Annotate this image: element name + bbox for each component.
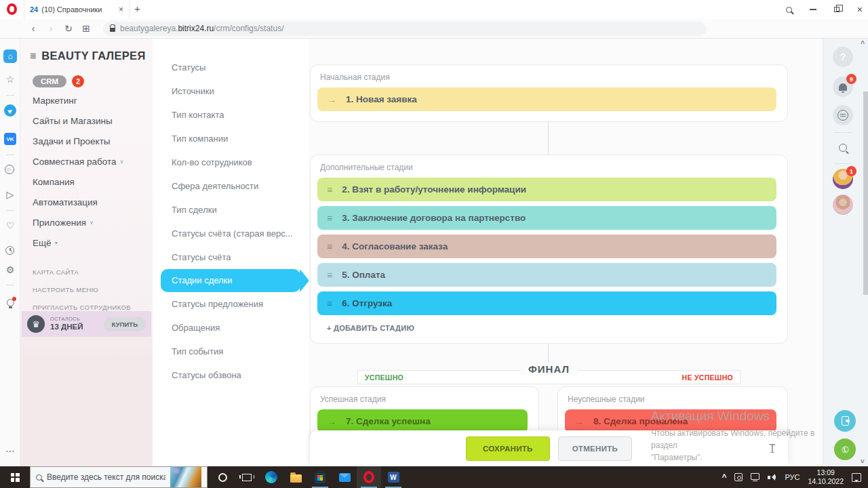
drag-handle-icon[interactable]: ≡ xyxy=(327,213,332,224)
cortana-button[interactable] xyxy=(210,466,235,488)
settings-gear-icon[interactable]: ⚙ xyxy=(0,264,20,275)
search-button[interactable] xyxy=(833,138,853,158)
menu-item-industry[interactable]: Сфера деятельности xyxy=(153,174,309,198)
vk-icon[interactable]: VK xyxy=(4,133,16,145)
menu-item-call-statuses[interactable]: Статусы обзвона xyxy=(153,363,309,387)
telegram-icon[interactable]: ▶ xyxy=(4,104,16,117)
menu-item-deal-type[interactable]: Тип сделки xyxy=(153,198,309,222)
cancel-button[interactable]: ОТМЕНИТЬ xyxy=(558,436,632,461)
browser-tab[interactable]: 24 (10) Справочники × xyxy=(24,0,130,19)
sidebar-item-sitemap[interactable]: КАРТА САЙТА xyxy=(33,263,131,281)
network-tray-icon[interactable] xyxy=(751,473,760,480)
tab-close-icon[interactable]: × xyxy=(119,5,123,14)
opera-logo-icon[interactable] xyxy=(7,3,17,15)
sidebar-item-marketing[interactable]: Маркетинг xyxy=(33,90,123,110)
success-tab[interactable]: УСПЕШНО xyxy=(365,373,403,382)
stage-row-4[interactable]: ≡ 4. Согласование заказа xyxy=(317,235,776,258)
sidebar-item-automation[interactable]: Автоматизация xyxy=(33,192,123,212)
forward-button[interactable]: › xyxy=(42,23,60,34)
menu-item-quote-statuses[interactable]: Статусы предложения xyxy=(153,292,309,316)
player-icon[interactable]: ▷ xyxy=(5,165,14,174)
sidebar-item-sites[interactable]: Сайты и Магазины xyxy=(33,110,123,131)
tablet-tray-icon[interactable] xyxy=(734,473,743,481)
sidebar-item-configure-menu[interactable]: НАСТРОИТЬ МЕНЮ xyxy=(33,281,131,298)
menu-burger-icon[interactable]: ≡ xyxy=(30,50,36,62)
stage-row-3[interactable]: ≡ 3. Заключение договора на партнерство xyxy=(317,206,776,230)
menu-item-contact-type[interactable]: Тип контакта xyxy=(153,103,309,127)
word-button[interactable]: W xyxy=(381,466,406,488)
my-flow-send-icon[interactable]: ▷ xyxy=(0,189,20,200)
sidebar-item-collab[interactable]: Совместная работа∨ xyxy=(33,151,123,171)
clock[interactable]: 13:09 14.10.2022 xyxy=(808,468,844,486)
sidebar-item-apps[interactable]: Приложения∨ xyxy=(33,212,123,232)
speed-dial-star-icon[interactable]: ☆ xyxy=(0,74,20,85)
file-explorer-button[interactable] xyxy=(283,466,308,488)
telephony-button[interactable]: ✆ xyxy=(834,439,856,460)
start-button[interactable] xyxy=(0,466,30,488)
task-view-button[interactable] xyxy=(235,466,259,488)
user-avatar[interactable]: 1 xyxy=(833,169,853,189)
stage-row-5[interactable]: ≡ 5. Оплата xyxy=(317,263,776,287)
back-button[interactable]: ‹ xyxy=(24,23,42,34)
restore-button[interactable] xyxy=(834,7,840,12)
chat-button[interactable] xyxy=(833,105,853,125)
menu-item-deal-stages-active[interactable]: Стадии сделки xyxy=(161,269,300,292)
menu-item-company-type[interactable]: Тип компании xyxy=(153,127,309,150)
help-button[interactable]: ? xyxy=(833,47,853,67)
save-button[interactable]: СОХРАНИТЬ xyxy=(466,436,550,461)
lock-icon[interactable] xyxy=(110,28,115,32)
volume-tray-icon[interactable] xyxy=(768,473,776,481)
menu-item-invoice-statuses-old[interactable]: Статусы счёта (старая верс... xyxy=(153,222,309,245)
rail-more-icon[interactable]: ⋯ xyxy=(0,445,20,456)
page-scrollbar-thumb[interactable] xyxy=(863,92,868,295)
stage-row-1[interactable]: → 1. Новая заявка xyxy=(317,87,776,111)
page-url[interactable]: beautygalereya.bitrix24.ru/crm/configs/s… xyxy=(120,24,283,33)
menu-item-sources[interactable]: Источники xyxy=(153,79,309,103)
edge-button[interactable] xyxy=(259,466,283,488)
minimize-button[interactable] xyxy=(810,9,816,10)
hidden-icons-button[interactable]: ^ xyxy=(722,472,726,482)
fail-tab[interactable]: НЕ УСПЕШНО xyxy=(682,373,733,382)
new-tab-button[interactable]: + xyxy=(134,3,140,14)
menu-item-event-type[interactable]: Тип события xyxy=(153,340,309,363)
scroll-down-icon[interactable]: ^ xyxy=(861,456,865,464)
bookmarks-heart-icon[interactable]: ♡ xyxy=(0,220,20,231)
mail-button[interactable] xyxy=(332,466,357,488)
drag-handle-icon[interactable]: ≡ xyxy=(327,184,332,195)
ms-store-button[interactable] xyxy=(308,466,332,488)
drag-handle-icon[interactable]: ≡ xyxy=(327,241,332,252)
add-stage-button[interactable]: + ДОБАВИТЬ СТАДИЮ xyxy=(327,324,414,332)
drag-handle-icon[interactable]: ≡ xyxy=(327,270,332,281)
user-avatar[interactable] xyxy=(833,195,853,215)
tips-bulb-icon[interactable] xyxy=(7,299,14,306)
action-center-icon[interactable] xyxy=(852,473,861,482)
browser-search-icon[interactable] xyxy=(786,7,792,13)
menu-item-invoice-statuses[interactable]: Статусы счёта xyxy=(153,245,309,269)
close-button[interactable]: × xyxy=(857,5,863,14)
drag-handle-icon[interactable]: ≡ xyxy=(327,298,332,309)
mobile-app-button[interactable] xyxy=(834,410,856,432)
sidebar-item-crm[interactable]: CRM xyxy=(33,75,66,87)
stage-row-6[interactable]: ≡ 6. Отгрузка xyxy=(317,291,776,315)
speed-dial-button[interactable]: ⊞ xyxy=(77,23,95,34)
history-clock-icon[interactable] xyxy=(5,246,14,255)
language-indicator[interactable]: РУС xyxy=(785,473,800,481)
scroll-up-icon[interactable]: ^ xyxy=(861,40,865,47)
sidebar-item-tasks[interactable]: Задачи и Проекты xyxy=(33,131,123,151)
notifications-bell-button[interactable]: 9 xyxy=(833,77,853,97)
reload-button[interactable]: ↻ xyxy=(60,23,77,34)
taskbar-search-box[interactable]: Введите здесь текст для поиска xyxy=(30,466,208,488)
config-menu: Статусы Источники Тип контакта Тип компа… xyxy=(153,39,309,466)
menu-item-requests[interactable]: Обращения xyxy=(153,316,309,340)
sidebar-item-more[interactable]: Ещё▾ xyxy=(33,232,123,253)
news-weather-widget[interactable] xyxy=(170,467,201,487)
sidebar-item-company[interactable]: Компания xyxy=(33,171,123,192)
stage-row-2[interactable]: ≡ 2. Взят в работу/уточнение информации xyxy=(317,178,776,201)
stage-row-7[interactable]: → 7. Сделка успешна xyxy=(317,409,528,433)
menu-item-employees[interactable]: Кол-во сотрудников xyxy=(153,150,309,174)
address-bar[interactable]: beautygalereya.bitrix24.ru/crm/configs/s… xyxy=(103,22,707,36)
menu-item-statuses[interactable]: Статусы xyxy=(153,56,309,79)
opera-button[interactable] xyxy=(357,466,381,488)
buy-button[interactable]: КУПИТЬ xyxy=(104,317,146,331)
workspace-home-icon[interactable]: ⌂ xyxy=(3,49,17,63)
